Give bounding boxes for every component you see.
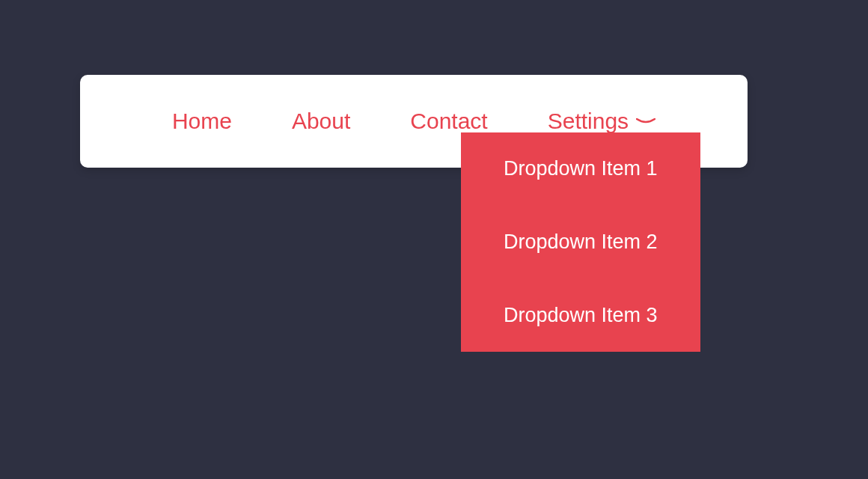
dropdown-link-1[interactable]: Dropdown Item 1: [461, 132, 700, 206]
nav-link-contact[interactable]: Contact: [410, 109, 487, 134]
nav-item-about: About: [292, 109, 350, 134]
dropdown-link-3[interactable]: Dropdown Item 3: [461, 279, 700, 353]
nav-link-home[interactable]: Home: [172, 109, 232, 134]
dropdown-link-2[interactable]: Dropdown Item 2: [461, 206, 700, 279]
dropdown-item: Dropdown Item 3: [461, 279, 700, 353]
dropdown-label: Dropdown Item 1: [504, 157, 658, 180]
navbar: Home About Contact Settings: [80, 75, 748, 168]
dropdown-item: Dropdown Item 1: [461, 132, 700, 206]
nav-link-settings[interactable]: Settings: [548, 109, 655, 134]
nav-label-contact: Contact: [410, 109, 487, 134]
nav-label-home: Home: [172, 109, 232, 134]
nav-item-settings: Settings Dropdown Item 1 Dropdown Item 2: [548, 109, 655, 134]
dropdown-label: Dropdown Item 2: [504, 231, 658, 253]
nav-list: Home About Contact Settings: [172, 109, 655, 134]
nav-item-home: Home: [172, 109, 232, 134]
settings-dropdown: Dropdown Item 1 Dropdown Item 2 Dropdown…: [461, 132, 700, 352]
chevron-down-icon: [636, 118, 655, 124]
nav-link-about[interactable]: About: [292, 109, 350, 134]
dropdown-label: Dropdown Item 3: [504, 304, 658, 326]
nav-label-about: About: [292, 109, 350, 134]
dropdown-item: Dropdown Item 2: [461, 206, 700, 279]
nav-label-settings: Settings: [548, 109, 629, 134]
nav-item-contact: Contact: [410, 109, 487, 134]
